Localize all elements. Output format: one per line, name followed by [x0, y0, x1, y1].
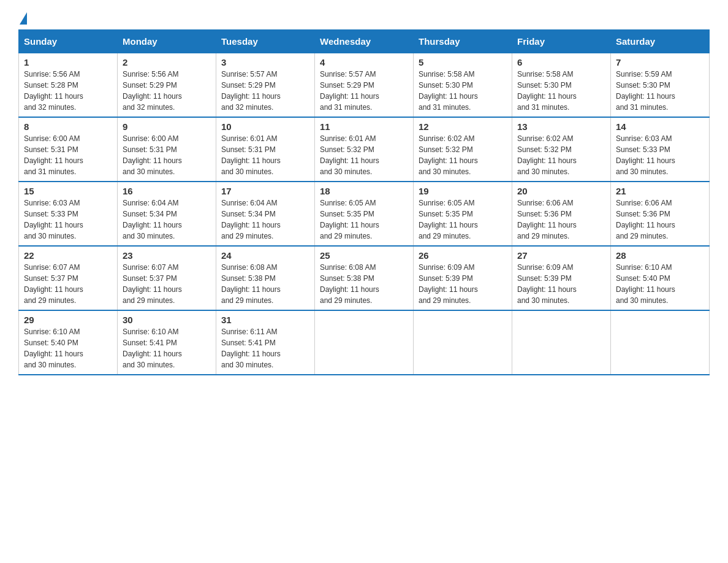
calendar-cell: 14 Sunrise: 6:03 AM Sunset: 5:33 PM Dayl… [611, 117, 710, 182]
calendar-cell: 29 Sunrise: 6:10 AM Sunset: 5:40 PM Dayl… [19, 310, 118, 375]
day-number: 1 [24, 57, 112, 67]
page-header [18, 12, 710, 23]
day-info: Sunrise: 6:01 AM Sunset: 5:31 PM Dayligh… [221, 133, 309, 177]
calendar-cell: 1 Sunrise: 5:56 AM Sunset: 5:28 PM Dayli… [19, 53, 118, 118]
day-info: Sunrise: 6:00 AM Sunset: 5:31 PM Dayligh… [123, 133, 211, 177]
calendar-cell [414, 310, 512, 375]
calendar-week-5: 29 Sunrise: 6:10 AM Sunset: 5:40 PM Dayl… [19, 310, 710, 375]
day-info: Sunrise: 5:57 AM Sunset: 5:29 PM Dayligh… [221, 69, 309, 113]
day-number: 10 [221, 121, 309, 132]
day-info: Sunrise: 6:06 AM Sunset: 5:36 PM Dayligh… [616, 197, 704, 242]
day-number: 19 [419, 186, 507, 196]
day-info: Sunrise: 5:59 AM Sunset: 5:30 PM Dayligh… [616, 69, 704, 113]
day-info: Sunrise: 6:10 AM Sunset: 5:41 PM Dayligh… [123, 326, 211, 370]
day-info: Sunrise: 5:58 AM Sunset: 5:30 PM Dayligh… [517, 69, 605, 113]
day-info: Sunrise: 6:03 AM Sunset: 5:33 PM Dayligh… [616, 133, 704, 177]
day-info: Sunrise: 6:07 AM Sunset: 5:37 PM Dayligh… [24, 262, 112, 306]
calendar-cell: 18 Sunrise: 6:05 AM Sunset: 5:35 PM Dayl… [315, 182, 414, 246]
calendar-cell: 7 Sunrise: 5:59 AM Sunset: 5:30 PM Dayli… [611, 53, 710, 118]
day-number: 11 [320, 121, 408, 132]
calendar-table: SundayMondayTuesdayWednesdayThursdayFrid… [18, 29, 710, 375]
calendar-cell: 11 Sunrise: 6:01 AM Sunset: 5:32 PM Dayl… [315, 117, 414, 182]
day-number: 17 [221, 186, 309, 196]
header-monday: Monday [118, 30, 216, 53]
day-number: 8 [24, 121, 112, 132]
day-number: 23 [123, 250, 211, 261]
day-number: 18 [320, 186, 408, 196]
calendar-cell: 4 Sunrise: 5:57 AM Sunset: 5:29 PM Dayli… [315, 53, 414, 118]
day-number: 12 [419, 121, 507, 132]
day-info: Sunrise: 5:57 AM Sunset: 5:29 PM Dayligh… [320, 69, 408, 113]
day-number: 15 [24, 186, 112, 196]
calendar-cell: 5 Sunrise: 5:58 AM Sunset: 5:30 PM Dayli… [414, 53, 512, 118]
day-info: Sunrise: 6:07 AM Sunset: 5:37 PM Dayligh… [123, 262, 211, 306]
calendar-cell: 30 Sunrise: 6:10 AM Sunset: 5:41 PM Dayl… [118, 310, 216, 375]
calendar-cell: 6 Sunrise: 5:58 AM Sunset: 5:30 PM Dayli… [512, 53, 611, 118]
logo [18, 12, 28, 23]
day-info: Sunrise: 6:04 AM Sunset: 5:34 PM Dayligh… [221, 197, 309, 242]
calendar-cell: 31 Sunrise: 6:11 AM Sunset: 5:41 PM Dayl… [216, 310, 315, 375]
day-info: Sunrise: 6:04 AM Sunset: 5:34 PM Dayligh… [123, 197, 211, 242]
day-info: Sunrise: 6:11 AM Sunset: 5:41 PM Dayligh… [221, 326, 309, 370]
day-info: Sunrise: 6:08 AM Sunset: 5:38 PM Dayligh… [320, 262, 408, 306]
day-info: Sunrise: 6:03 AM Sunset: 5:33 PM Dayligh… [24, 197, 112, 242]
day-info: Sunrise: 6:08 AM Sunset: 5:38 PM Dayligh… [221, 262, 309, 306]
header-friday: Friday [512, 30, 611, 53]
header-tuesday: Tuesday [216, 30, 315, 53]
calendar-cell: 27 Sunrise: 6:09 AM Sunset: 5:39 PM Dayl… [512, 246, 611, 310]
calendar-cell: 20 Sunrise: 6:06 AM Sunset: 5:36 PM Dayl… [512, 182, 611, 246]
day-number: 27 [517, 250, 605, 261]
day-info: Sunrise: 6:05 AM Sunset: 5:35 PM Dayligh… [419, 197, 507, 242]
day-info: Sunrise: 6:02 AM Sunset: 5:32 PM Dayligh… [517, 133, 605, 177]
day-info: Sunrise: 6:10 AM Sunset: 5:40 PM Dayligh… [616, 262, 704, 306]
day-info: Sunrise: 5:56 AM Sunset: 5:29 PM Dayligh… [123, 69, 211, 113]
day-number: 22 [24, 250, 112, 261]
calendar-cell: 26 Sunrise: 6:09 AM Sunset: 5:39 PM Dayl… [414, 246, 512, 310]
calendar-cell: 16 Sunrise: 6:04 AM Sunset: 5:34 PM Dayl… [118, 182, 216, 246]
day-number: 24 [221, 250, 309, 261]
calendar-week-2: 8 Sunrise: 6:00 AM Sunset: 5:31 PM Dayli… [19, 117, 710, 182]
calendar-cell: 21 Sunrise: 6:06 AM Sunset: 5:36 PM Dayl… [611, 182, 710, 246]
day-info: Sunrise: 6:10 AM Sunset: 5:40 PM Dayligh… [24, 326, 112, 370]
day-number: 14 [616, 121, 704, 132]
day-number: 16 [123, 186, 211, 196]
day-number: 28 [616, 250, 704, 261]
calendar-cell [611, 310, 710, 375]
day-info: Sunrise: 6:02 AM Sunset: 5:32 PM Dayligh… [419, 133, 507, 177]
day-number: 2 [123, 57, 211, 67]
day-number: 30 [123, 315, 211, 325]
day-number: 9 [123, 121, 211, 132]
day-number: 6 [517, 57, 605, 67]
header-saturday: Saturday [611, 30, 710, 53]
day-number: 31 [221, 315, 309, 325]
calendar-cell: 25 Sunrise: 6:08 AM Sunset: 5:38 PM Dayl… [315, 246, 414, 310]
calendar-week-1: 1 Sunrise: 5:56 AM Sunset: 5:28 PM Dayli… [19, 53, 710, 118]
day-number: 7 [616, 57, 704, 67]
calendar-cell: 24 Sunrise: 6:08 AM Sunset: 5:38 PM Dayl… [216, 246, 315, 310]
calendar-cell: 10 Sunrise: 6:01 AM Sunset: 5:31 PM Dayl… [216, 117, 315, 182]
calendar-cell: 3 Sunrise: 5:57 AM Sunset: 5:29 PM Dayli… [216, 53, 315, 118]
logo-triangle-icon [20, 12, 27, 25]
calendar-cell [315, 310, 414, 375]
day-number: 13 [517, 121, 605, 132]
day-info: Sunrise: 6:00 AM Sunset: 5:31 PM Dayligh… [24, 133, 112, 177]
calendar-cell: 12 Sunrise: 6:02 AM Sunset: 5:32 PM Dayl… [414, 117, 512, 182]
header-sunday: Sunday [19, 30, 118, 53]
calendar-cell [512, 310, 611, 375]
calendar-cell: 9 Sunrise: 6:00 AM Sunset: 5:31 PM Dayli… [118, 117, 216, 182]
header-thursday: Thursday [414, 30, 512, 53]
day-number: 4 [320, 57, 408, 67]
calendar-header-row: SundayMondayTuesdayWednesdayThursdayFrid… [19, 30, 710, 53]
calendar-cell: 13 Sunrise: 6:02 AM Sunset: 5:32 PM Dayl… [512, 117, 611, 182]
calendar-week-4: 22 Sunrise: 6:07 AM Sunset: 5:37 PM Dayl… [19, 246, 710, 310]
day-number: 26 [419, 250, 507, 261]
calendar-cell: 28 Sunrise: 6:10 AM Sunset: 5:40 PM Dayl… [611, 246, 710, 310]
day-number: 25 [320, 250, 408, 261]
day-info: Sunrise: 6:05 AM Sunset: 5:35 PM Dayligh… [320, 197, 408, 242]
day-info: Sunrise: 6:01 AM Sunset: 5:32 PM Dayligh… [320, 133, 408, 177]
calendar-cell: 22 Sunrise: 6:07 AM Sunset: 5:37 PM Dayl… [19, 246, 118, 310]
day-number: 29 [24, 315, 112, 325]
day-info: Sunrise: 6:09 AM Sunset: 5:39 PM Dayligh… [517, 262, 605, 306]
calendar-cell: 2 Sunrise: 5:56 AM Sunset: 5:29 PM Dayli… [118, 53, 216, 118]
day-number: 5 [419, 57, 507, 67]
